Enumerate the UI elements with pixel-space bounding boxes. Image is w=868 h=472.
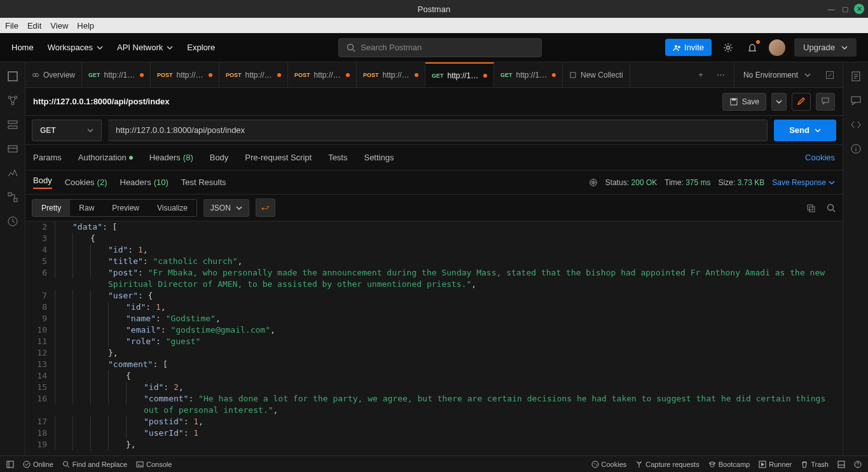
tab-params[interactable]: Params xyxy=(33,153,62,162)
comment-icon[interactable] xyxy=(816,93,835,111)
view-visualize[interactable]: Visualize xyxy=(148,200,196,216)
maximize-icon[interactable]: ▢ xyxy=(840,4,850,14)
sb-find[interactable]: Find and Replace xyxy=(62,461,127,468)
chevron-down-icon xyxy=(815,127,821,134)
gear-icon[interactable] xyxy=(720,40,736,55)
nav-home[interactable]: Home xyxy=(11,43,34,52)
window-controls: — ▢ ✕ xyxy=(826,4,864,14)
avatar[interactable] xyxy=(769,39,785,56)
save-response-button[interactable]: Save Response xyxy=(772,178,835,187)
monitors-icon[interactable] xyxy=(6,167,19,179)
request-tab[interactable]: POSThttp://127 xyxy=(288,62,357,88)
response-body[interactable]: 2"data": [3{4"id": 1,5"title": "catholic… xyxy=(25,221,843,455)
sb-trash[interactable]: Trash xyxy=(801,461,829,468)
overview-icon xyxy=(32,71,39,79)
dirty-indicator xyxy=(483,74,487,78)
nav-explore[interactable]: Explore xyxy=(187,43,215,52)
resp-tab-body[interactable]: Body xyxy=(33,176,52,189)
request-tab[interactable]: Overview xyxy=(25,62,82,88)
invite-button[interactable]: Invite xyxy=(665,39,712,56)
comments-icon[interactable] xyxy=(850,94,862,107)
request-tab[interactable]: POSThttp://127 xyxy=(357,62,425,88)
code-line: 2"data": [ xyxy=(25,221,843,233)
chevron-down-icon xyxy=(776,99,782,105)
view-pretty[interactable]: Pretty xyxy=(32,200,70,216)
request-tab[interactable]: POSThttp://127 xyxy=(219,62,288,88)
sb-layout-icon[interactable] xyxy=(837,461,845,468)
tab-settings[interactable]: Settings xyxy=(364,153,394,162)
chevron-down-icon xyxy=(87,127,93,134)
api-icon[interactable] xyxy=(6,94,19,107)
mock-icon[interactable] xyxy=(6,142,19,155)
sb-online[interactable]: Online xyxy=(23,461,53,468)
network-icon[interactable] xyxy=(589,178,598,187)
resp-tab-tests[interactable]: Test Results xyxy=(181,177,226,187)
add-tab-button[interactable]: + xyxy=(693,67,708,83)
tab-prerequest[interactable]: Pre-request Script xyxy=(245,153,312,162)
resp-tab-cookies[interactable]: Cookies (2) xyxy=(65,177,107,187)
flows-icon[interactable] xyxy=(6,191,19,204)
request-tab[interactable]: POSThttp://127 xyxy=(151,62,219,88)
tab-menu-icon[interactable]: ⋯ xyxy=(713,67,729,83)
svg-point-31 xyxy=(592,461,598,468)
url-input[interactable]: http://127.0.0.1:8000/api/post/index xyxy=(108,120,768,141)
upgrade-button[interactable]: Upgrade xyxy=(794,38,857,57)
sb-cookies[interactable]: Cookies xyxy=(591,461,627,468)
sb-bootcamp[interactable]: Bootcamp xyxy=(708,461,750,468)
save-dropdown[interactable] xyxy=(771,93,787,111)
search-icon[interactable] xyxy=(826,203,836,213)
minimize-icon[interactable]: — xyxy=(826,4,836,14)
svg-point-32 xyxy=(594,463,595,464)
tab-authorization[interactable]: Authorization xyxy=(78,153,133,162)
docs-icon[interactable] xyxy=(850,70,862,83)
sb-panel-icon[interactable] xyxy=(6,461,14,468)
tab-headers[interactable]: Headers (8) xyxy=(149,153,193,162)
nav-workspaces[interactable]: Workspaces xyxy=(48,43,103,52)
menu-view[interactable]: View xyxy=(50,21,68,31)
sb-capture[interactable]: Capture requests xyxy=(635,461,699,468)
collections-icon[interactable] xyxy=(6,70,19,83)
search-input[interactable]: Search Postman xyxy=(338,38,542,57)
environment-selector[interactable]: No Environment xyxy=(734,62,820,88)
dirty-indicator xyxy=(552,73,556,77)
format-selector[interactable]: JSON xyxy=(203,199,249,217)
menu-file[interactable]: File xyxy=(5,21,18,31)
menu-help[interactable]: Help xyxy=(77,21,94,31)
code-snippet-icon[interactable] xyxy=(850,118,862,131)
save-button[interactable]: Save xyxy=(722,93,766,111)
left-rail xyxy=(0,62,25,455)
nav-api-network[interactable]: API Network xyxy=(117,43,173,52)
view-preview[interactable]: Preview xyxy=(103,200,148,216)
environments-icon[interactable] xyxy=(6,118,19,131)
send-button[interactable]: Send xyxy=(774,120,836,141)
request-tab[interactable]: GEThttp://127.0 xyxy=(425,62,494,88)
svg-rect-27 xyxy=(7,461,13,468)
view-raw[interactable]: Raw xyxy=(70,200,103,216)
method-badge: POST xyxy=(226,72,242,78)
bell-icon[interactable] xyxy=(745,40,760,55)
graduation-icon xyxy=(708,461,716,468)
code-line: 5"title": "catholic church", xyxy=(25,256,843,267)
info-icon[interactable] xyxy=(850,142,862,155)
history-icon[interactable] xyxy=(6,215,19,228)
sb-console[interactable]: Console xyxy=(136,461,172,468)
console-icon xyxy=(136,461,144,468)
close-icon[interactable]: ✕ xyxy=(854,4,864,14)
svg-rect-18 xyxy=(732,99,736,101)
env-quicklook-icon[interactable] xyxy=(825,70,835,80)
chevron-down-icon xyxy=(97,45,103,51)
request-tab[interactable]: GEThttp://127.0 xyxy=(82,62,151,88)
wrap-lines-icon[interactable]: ⮐ xyxy=(256,198,275,217)
method-selector[interactable]: GET xyxy=(32,120,102,141)
tab-tests[interactable]: Tests xyxy=(328,153,347,162)
sb-runner[interactable]: Runner xyxy=(759,461,792,468)
request-tab[interactable]: GEThttp://127.0 xyxy=(494,62,563,88)
menu-edit[interactable]: Edit xyxy=(27,21,41,31)
edit-icon[interactable] xyxy=(792,93,811,111)
cookies-link[interactable]: Cookies xyxy=(805,153,835,162)
request-tab[interactable]: New Collecti xyxy=(563,62,630,88)
resp-tab-headers[interactable]: Headers (10) xyxy=(120,177,169,187)
tab-body[interactable]: Body xyxy=(210,153,229,162)
copy-icon[interactable] xyxy=(806,203,816,213)
sb-help-icon[interactable] xyxy=(854,461,862,468)
